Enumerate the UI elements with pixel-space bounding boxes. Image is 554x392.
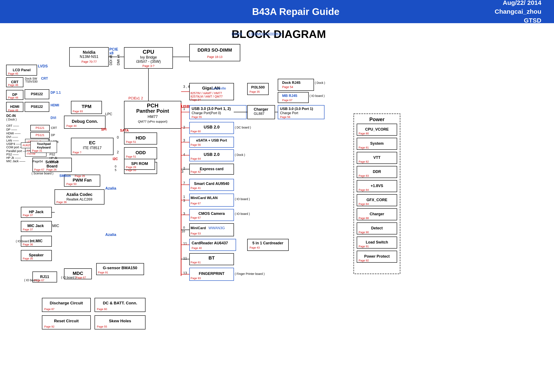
hdd-label: HDD xyxy=(136,135,146,140)
mic-jk-label3: MIC Jk xyxy=(49,160,59,163)
spi-rom-label: SPI ROM xyxy=(131,161,148,166)
crt-page: Page 46 xyxy=(8,84,18,87)
i2c-label: I2C xyxy=(113,157,118,161)
usb4-sig: USB*4 —— xyxy=(6,142,22,146)
scense-page2: Page 26 xyxy=(46,168,56,171)
charger-pwr-label: Charger xyxy=(370,212,384,216)
dock-label: ( Dock ) xyxy=(315,81,325,84)
io-board-wlan: ( IO board ) xyxy=(235,197,250,201)
ps8122-2-label: PS8122 xyxy=(31,105,43,108)
esata-num: 3 xyxy=(183,139,185,142)
speaker-page: Page 35 xyxy=(23,257,33,260)
bt-num: 11 xyxy=(183,257,187,260)
cpu-sub2: i3/i5/i7 - (35W) xyxy=(136,59,161,64)
system-label: System xyxy=(370,141,384,146)
load-switch-label: Load Switch xyxy=(366,240,388,244)
fingerprint-label: FINGERPRINT xyxy=(199,272,224,276)
wlan-num2: 3 xyxy=(183,199,185,203)
int-mic-page: Page 36 xyxy=(23,243,33,246)
io-board-intmic: ( IO board ) xyxy=(16,239,31,243)
ps8122-1-label: PS8122 xyxy=(31,92,43,96)
skew-holes-label: Skew Holes xyxy=(109,319,131,323)
azalia-sub: Realtek ALC269 xyxy=(67,197,92,201)
mic-jk-page: Page54 xyxy=(33,160,43,163)
lpc-pch-label: LPC xyxy=(105,112,112,116)
nvidia-page: Page 70-77 xyxy=(82,60,97,63)
debug-conn-label: Debug Conn. xyxy=(72,119,98,124)
ddr3-box xyxy=(189,44,240,61)
cpu-vcore-label: CPU_VCORE xyxy=(365,127,389,132)
express-num: 2 xyxy=(183,167,185,170)
io-board-rj45: ( IO board ) xyxy=(310,94,325,98)
rj11-page: Page 67 xyxy=(34,279,44,282)
cpu-page: Page 3-? xyxy=(143,64,155,68)
usb30-12-sub: Charge Port(Port 0) xyxy=(192,111,221,115)
pciex1-label: PCIEx1 xyxy=(128,97,140,100)
smbus-page: Page 26 xyxy=(75,175,85,178)
minicard-wlan-label: MiniCard WLAN xyxy=(191,196,217,200)
smbus-label: SMBus xyxy=(59,174,71,178)
hdd-num: 0 xyxy=(117,136,119,139)
speaker-label: Speaker xyxy=(29,253,44,257)
lewisville-label: Lewisville xyxy=(212,87,226,90)
gigalan-sub1: 82579V / niAMT / HM77 xyxy=(191,91,222,95)
ddr-label: DDR xyxy=(373,169,381,174)
cpu-label: CPU xyxy=(143,49,154,55)
bt-page: Page 61 xyxy=(191,261,201,264)
mic-label: MIC xyxy=(52,224,59,228)
reset-page: Page 92 xyxy=(44,325,54,328)
express-card-page: Page 42 xyxy=(191,170,201,173)
charger-label: Charger xyxy=(254,107,268,112)
hdmi-label: HDMI xyxy=(10,105,19,109)
header-info: Aug/22/ 2014 Changcai_zhou GTSD xyxy=(495,0,541,25)
ddr3-page: Page 18-13 xyxy=(207,55,222,59)
dp11-label: DP 1.1 xyxy=(50,91,61,94)
detect-page: Page 90 xyxy=(359,231,369,234)
ddr3-label: DDR3 SO-DIMM xyxy=(198,47,232,53)
lvds-label: LVDS xyxy=(38,64,48,68)
gfx-core-page: Page 84 xyxy=(359,203,369,206)
gigalan-page: Page 34 xyxy=(191,98,201,101)
gigalan-sub2: 82579LM / iAMT / QM77 xyxy=(191,95,222,98)
minicard-wwan-page: Page 53 xyxy=(191,232,201,235)
wwan-num1: 0 xyxy=(183,226,185,229)
ps2-label3: PS2 xyxy=(49,153,55,156)
odd-label: ODD xyxy=(136,150,146,155)
minicard-wwan-label: MiniCard xyxy=(191,226,206,230)
esata2-num2: 5 xyxy=(115,168,117,172)
usb30-12-page: Page 55 xyxy=(192,115,202,119)
hdd-page: Page 51 xyxy=(126,140,136,143)
scense-board-label: Board xyxy=(47,164,57,168)
discharge-page: Page 87 xyxy=(44,308,54,311)
skew-holes-page: Page 55 xyxy=(97,325,107,328)
esata-usb-1-label: eSATA + USB Port xyxy=(196,138,227,142)
spi-rom-page: Page 28 xyxy=(126,166,136,169)
lan-sig: LAN —— xyxy=(6,139,19,142)
scense-page1: Page 67 xyxy=(34,168,44,171)
ps2-sig: PS2 —— xyxy=(6,153,19,156)
crt-label3: CRT xyxy=(51,126,57,130)
gigalan-num: 3 , 4 xyxy=(183,85,190,89)
scense-board-sub: ( Scense board ) xyxy=(32,172,54,175)
int-mic-label: Int.MIC xyxy=(30,239,42,243)
gsensor-page: Page 91 xyxy=(98,271,108,274)
dvi-label: DVI xyxy=(50,116,56,120)
ps121-crt-label: PS121 xyxy=(35,126,44,130)
smart-card-page: Page 41 xyxy=(191,186,201,189)
dc-batt-page: Page 60 xyxy=(97,308,107,311)
vs18-label: +1.8VS xyxy=(371,184,383,188)
cpu-sub1: Ivy Bridge xyxy=(140,55,157,59)
load-switch-page: Page 91 xyxy=(359,245,369,248)
vs18-page: Page 84 xyxy=(359,188,369,191)
usb20-2-label: USB 2.0 xyxy=(204,152,220,157)
cardreader-label: CardReader AU6437 xyxy=(192,241,228,245)
keyboard-label: Keyboard xyxy=(37,146,51,149)
charger-pwr-page: Page 88 xyxy=(359,217,369,220)
ddr-page: Page 83 xyxy=(359,174,369,177)
tpm-page: Page 93 xyxy=(73,110,83,113)
cpu-vcore-page: Page 80 xyxy=(359,132,369,135)
usb-label-pch: USB xyxy=(181,104,189,109)
pwm-fan-label: PWM Fan xyxy=(73,178,92,182)
hdmi-page: Page 48 xyxy=(8,109,18,112)
freq-label: 1333MHz/1600MHz xyxy=(249,32,282,36)
